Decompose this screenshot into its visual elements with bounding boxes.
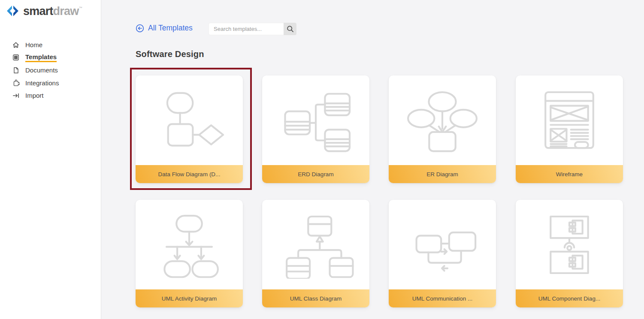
sidebar-item-integrations[interactable]: Integrations	[0, 77, 101, 90]
import-icon	[12, 92, 20, 99]
card-preview	[136, 75, 243, 165]
documents-icon	[12, 66, 20, 74]
template-card-wireframe[interactable]: Wireframe	[516, 75, 623, 183]
sidebar: smartdraw™ Home Template	[0, 0, 101, 319]
uml-component-preview-icon	[529, 211, 609, 279]
card-label: UML Activity Diagram	[136, 289, 243, 307]
sidebar-item-label: Integrations	[25, 79, 59, 87]
template-card-data-flow-diagram[interactable]: Data Flow Diagram (D...	[136, 75, 243, 183]
home-icon	[12, 41, 20, 49]
erd-preview-icon	[276, 87, 356, 154]
template-search-bar	[209, 23, 296, 35]
sidebar-item-label: Import	[25, 92, 44, 99]
sidebar-item-templates[interactable]: Templates	[0, 51, 101, 64]
card-label: UML Component Diag...	[516, 289, 623, 307]
back-link-label: All Templates	[148, 24, 193, 33]
template-card-uml-component-diagram[interactable]: UML Component Diag...	[516, 200, 623, 307]
search-input[interactable]	[209, 23, 284, 35]
card-preview	[389, 200, 496, 289]
card-label: Wireframe	[516, 165, 623, 183]
card-preview	[136, 200, 243, 289]
template-card-uml-activity-diagram[interactable]: UML Activity Diagram	[136, 200, 243, 307]
card-preview	[389, 75, 496, 165]
sidebar-item-label: Documents	[25, 66, 58, 74]
page-title: Software Design	[136, 49, 204, 59]
sidebar-item-label: Templates	[25, 53, 57, 62]
card-label: Data Flow Diagram (D...	[136, 165, 243, 183]
template-card-uml-communication-diagram[interactable]: UML Communication ...	[389, 200, 496, 307]
card-label: UML Communication ...	[389, 289, 496, 307]
integrations-icon	[12, 79, 20, 87]
smartdraw-logo[interactable]: smartdraw™	[6, 4, 82, 18]
card-preview	[262, 200, 369, 289]
card-label: ERD Diagram	[262, 165, 369, 183]
template-card-erd-diagram[interactable]: ERD Diagram	[262, 75, 369, 183]
card-label: UML Class Diagram	[262, 289, 369, 307]
uml-activity-preview-icon	[149, 211, 229, 279]
search-icon	[287, 25, 294, 33]
sidebar-item-documents[interactable]: Documents	[0, 64, 101, 77]
back-arrow-icon	[136, 24, 144, 33]
sidebar-nav: Home Templates Documents	[0, 39, 101, 102]
card-preview	[516, 200, 623, 289]
wireframe-preview-icon	[529, 87, 609, 154]
templates-icon	[12, 54, 20, 61]
sidebar-item-import[interactable]: Import	[0, 89, 101, 102]
template-card-uml-class-diagram[interactable]: UML Class Diagram	[262, 200, 369, 307]
sidebar-item-home[interactable]: Home	[0, 39, 101, 51]
search-button[interactable]	[284, 23, 296, 35]
uml-communication-preview-icon	[402, 211, 482, 279]
main-content: All Templates Software Design D	[101, 0, 644, 319]
dfd-preview-icon	[149, 87, 229, 154]
card-label: ER Diagram	[389, 165, 496, 183]
logo-wordmark: smartdraw™	[23, 6, 82, 17]
uml-class-preview-icon	[276, 211, 356, 279]
smartdraw-logo-icon	[6, 4, 20, 18]
card-preview	[262, 75, 369, 165]
card-preview	[516, 75, 623, 165]
all-templates-back-link[interactable]: All Templates	[136, 24, 193, 33]
er-preview-icon	[402, 87, 482, 154]
sidebar-item-label: Home	[25, 41, 42, 48]
template-card-er-diagram[interactable]: ER Diagram	[389, 75, 496, 183]
